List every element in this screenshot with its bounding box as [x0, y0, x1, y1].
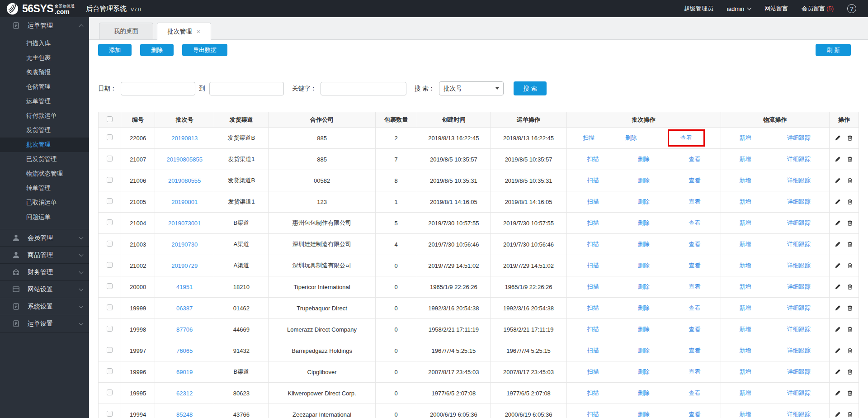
sidebar-item-0-10[interactable]: 转单管理 [0, 181, 89, 195]
row-checkbox[interactable] [107, 283, 113, 289]
delete-link[interactable]: 删除 [638, 176, 650, 185]
detail-tracking-link[interactable]: 详细跟踪 [787, 240, 811, 248]
edit-icon[interactable] [835, 390, 841, 396]
delete-link[interactable]: 删除 [638, 261, 650, 270]
row-checkbox[interactable] [107, 390, 113, 395]
row-checkbox[interactable] [107, 177, 113, 183]
site-messages-link[interactable]: 网站留言 [764, 5, 788, 13]
delete-link[interactable]: 删除 [638, 198, 650, 206]
detail-tracking-link[interactable]: 详细跟踪 [787, 304, 811, 312]
batch-no-link[interactable]: 2019080555 [168, 177, 201, 184]
sidebar-item-0-9[interactable]: 物流状态管理 [0, 166, 89, 181]
view-link[interactable]: 查看 [689, 368, 700, 376]
row-checkbox[interactable] [107, 198, 113, 204]
edit-icon[interactable] [835, 305, 841, 311]
trash-icon[interactable] [847, 390, 853, 396]
add-tracking-link[interactable]: 新增 [739, 219, 751, 227]
export-data-button[interactable]: 导出数据 [182, 44, 227, 56]
delete-link[interactable]: 删除 [638, 389, 650, 397]
detail-tracking-link[interactable]: 详细跟踪 [787, 368, 811, 376]
edit-icon[interactable] [835, 177, 841, 184]
sidebar-group-header-6[interactable]: 运单设置 [0, 315, 89, 332]
scan-link[interactable]: 扫描 [587, 198, 599, 206]
trash-icon[interactable] [847, 241, 853, 247]
search-type-select[interactable]: 批次号 [439, 81, 504, 95]
add-tracking-link[interactable]: 新增 [739, 304, 751, 312]
row-checkbox[interactable] [107, 347, 113, 353]
sidebar-item-0-7[interactable]: 批次管理 [0, 138, 89, 152]
view-link[interactable]: 查看 [689, 389, 700, 397]
row-checkbox[interactable] [107, 262, 113, 268]
edit-icon[interactable] [835, 241, 841, 247]
sidebar-item-0-8[interactable]: 已发货管理 [0, 152, 89, 166]
view-link[interactable]: 查看 [689, 283, 700, 291]
trash-icon[interactable] [847, 305, 853, 311]
add-tracking-link[interactable]: 新增 [739, 176, 751, 185]
delete-link[interactable]: 删除 [638, 368, 650, 376]
delete-link[interactable]: 删除 [638, 347, 650, 355]
delete-link[interactable]: 删除 [638, 283, 650, 291]
edit-icon[interactable] [835, 262, 841, 269]
edit-icon[interactable] [835, 411, 841, 418]
trash-icon[interactable] [847, 135, 853, 141]
delete-link[interactable]: 删除 [625, 134, 637, 142]
user-dropdown[interactable]: iadmin [727, 5, 751, 12]
batch-no-link[interactable]: 41951 [176, 284, 193, 290]
scan-link[interactable]: 扫描 [587, 410, 599, 418]
edit-icon[interactable] [835, 220, 841, 226]
trash-icon[interactable] [847, 326, 853, 332]
scan-link[interactable]: 扫描 [587, 219, 599, 227]
view-link[interactable]: 查看 [689, 347, 700, 355]
add-tracking-link[interactable]: 新增 [739, 134, 751, 142]
row-checkbox[interactable] [107, 411, 113, 417]
trash-icon[interactable] [847, 347, 853, 354]
row-checkbox[interactable] [107, 326, 113, 332]
add-button[interactable]: 添加 [98, 44, 132, 56]
row-checkbox[interactable] [107, 134, 113, 140]
delete-link[interactable]: 删除 [638, 304, 650, 312]
scan-link[interactable]: 扫描 [587, 325, 599, 333]
sidebar-item-0-4[interactable]: 运单管理 [0, 94, 89, 109]
add-tracking-link[interactable]: 新增 [739, 155, 751, 163]
trash-icon[interactable] [847, 262, 853, 269]
row-checkbox[interactable] [107, 368, 113, 374]
scan-link[interactable]: 扫描 [587, 368, 599, 376]
edit-icon[interactable] [835, 326, 841, 332]
detail-tracking-link[interactable]: 详细跟踪 [787, 261, 811, 270]
sidebar-group-header-0[interactable]: 运单管理 [0, 17, 89, 34]
delete-button[interactable]: 删除 [140, 44, 174, 56]
batch-no-link[interactable]: 85248 [176, 411, 193, 418]
tab-close-icon[interactable]: × [197, 28, 201, 35]
view-link[interactable]: 查看 [689, 198, 700, 206]
delete-link[interactable]: 删除 [638, 410, 650, 418]
batch-no-link[interactable]: 76065 [176, 347, 193, 354]
detail-tracking-link[interactable]: 详细跟踪 [787, 155, 811, 163]
sidebar-item-0-3[interactable]: 仓储管理 [0, 80, 89, 94]
view-link[interactable]: 查看 [689, 304, 700, 312]
sidebar-item-0-5[interactable]: 待付款运单 [0, 109, 89, 123]
edit-icon[interactable] [835, 135, 841, 141]
sidebar-group-header-2[interactable]: 商品管理 [0, 247, 89, 263]
scan-link[interactable]: 扫描 [583, 134, 594, 142]
edit-icon[interactable] [835, 284, 841, 290]
add-tracking-link[interactable]: 新增 [739, 261, 751, 270]
add-tracking-link[interactable]: 新增 [739, 347, 751, 355]
detail-tracking-link[interactable]: 详细跟踪 [787, 347, 811, 355]
batch-no-link[interactable]: 62312 [176, 390, 193, 397]
help-icon[interactable]: ? [847, 4, 856, 13]
row-checkbox[interactable] [107, 156, 113, 162]
sidebar-item-0-1[interactable]: 无主包裹 [0, 51, 89, 65]
tab-my-desktop[interactable]: 我的桌面 [99, 23, 153, 39]
detail-tracking-link[interactable]: 详细跟踪 [787, 389, 811, 397]
add-tracking-link[interactable]: 新增 [739, 325, 751, 333]
trash-icon[interactable] [847, 284, 853, 290]
batch-no-link[interactable]: 69019 [176, 369, 193, 375]
batch-no-link[interactable]: 06387 [176, 305, 193, 312]
sidebar-item-0-0[interactable]: 扫描入库 [0, 36, 89, 51]
detail-tracking-link[interactable]: 详细跟踪 [787, 176, 811, 185]
trash-icon[interactable] [847, 369, 853, 375]
scan-link[interactable]: 扫描 [587, 155, 599, 163]
row-checkbox[interactable] [107, 304, 113, 310]
add-tracking-link[interactable]: 新增 [739, 368, 751, 376]
batch-no-link[interactable]: 20190805855 [166, 156, 203, 163]
